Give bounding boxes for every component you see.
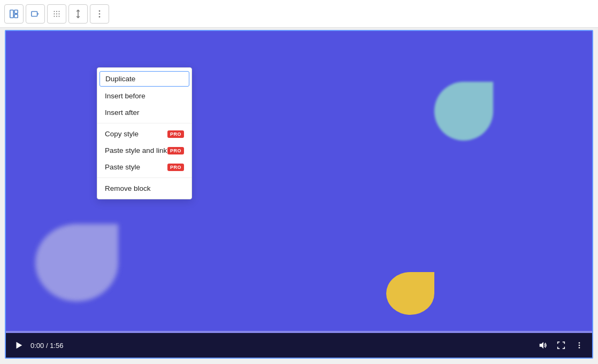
svg-rect-2: [14, 14, 18, 17]
svg-marker-19: [540, 342, 543, 349]
shape-yellow: [386, 272, 434, 315]
svg-rect-1: [14, 10, 18, 13]
pro-badge-paste-style: PRO: [167, 164, 184, 171]
time-display: 0:00 / 1:56: [30, 342, 63, 350]
svg-point-12: [56, 16, 57, 17]
grid-button[interactable]: [47, 4, 66, 24]
pro-badge-copy-style: PRO: [167, 130, 184, 138]
svg-point-13: [58, 16, 59, 17]
menu-item-paste-style[interactable]: Paste style PRO: [97, 159, 191, 175]
menu-item-insert-before[interactable]: Insert before: [97, 88, 191, 104]
svg-point-11: [53, 16, 55, 17]
right-controls: [535, 338, 587, 353]
menu-divider-1: [97, 123, 191, 123]
menu-item-copy-style[interactable]: Copy style PRO: [97, 126, 191, 142]
volume-button[interactable]: [535, 338, 550, 353]
video-controls: 0:00 / 1:56: [6, 333, 592, 358]
layout-button[interactable]: [4, 4, 24, 24]
video-block: 0:00 / 1:56: [5, 30, 593, 359]
more-options-button[interactable]: [90, 4, 109, 24]
svg-point-10: [58, 13, 59, 14]
svg-point-16: [99, 13, 101, 14]
settings-button[interactable]: [572, 338, 587, 353]
svg-point-8: [53, 13, 55, 14]
svg-marker-18: [17, 342, 22, 349]
svg-point-6: [56, 11, 57, 12]
menu-divider-2: [97, 177, 191, 178]
svg-rect-0: [10, 10, 13, 17]
shape-white: [35, 224, 118, 301]
arrows-button[interactable]: [68, 4, 88, 24]
fullscreen-button[interactable]: [554, 338, 569, 353]
svg-point-20: [579, 342, 580, 344]
svg-rect-3: [32, 11, 37, 16]
svg-point-5: [53, 11, 55, 12]
svg-point-9: [56, 13, 57, 14]
svg-point-15: [99, 10, 101, 12]
pro-badge-paste-link: PRO: [167, 147, 184, 154]
svg-point-7: [58, 11, 59, 12]
menu-item-paste-style-link[interactable]: Paste style and link PRO: [97, 142, 191, 159]
video-block-button[interactable]: [26, 4, 45, 24]
menu-item-insert-after[interactable]: Insert after: [97, 104, 191, 121]
context-menu: Duplicate Insert before Insert after Cop…: [97, 67, 192, 199]
toolbar: [0, 0, 598, 28]
svg-point-21: [579, 345, 580, 346]
play-button[interactable]: [11, 338, 26, 353]
shape-teal: [434, 82, 493, 141]
menu-item-remove-block[interactable]: Remove block: [97, 180, 191, 197]
svg-point-17: [99, 16, 101, 18]
svg-point-22: [579, 347, 580, 348]
svg-marker-4: [37, 13, 40, 15]
menu-item-duplicate[interactable]: Duplicate: [99, 71, 189, 87]
